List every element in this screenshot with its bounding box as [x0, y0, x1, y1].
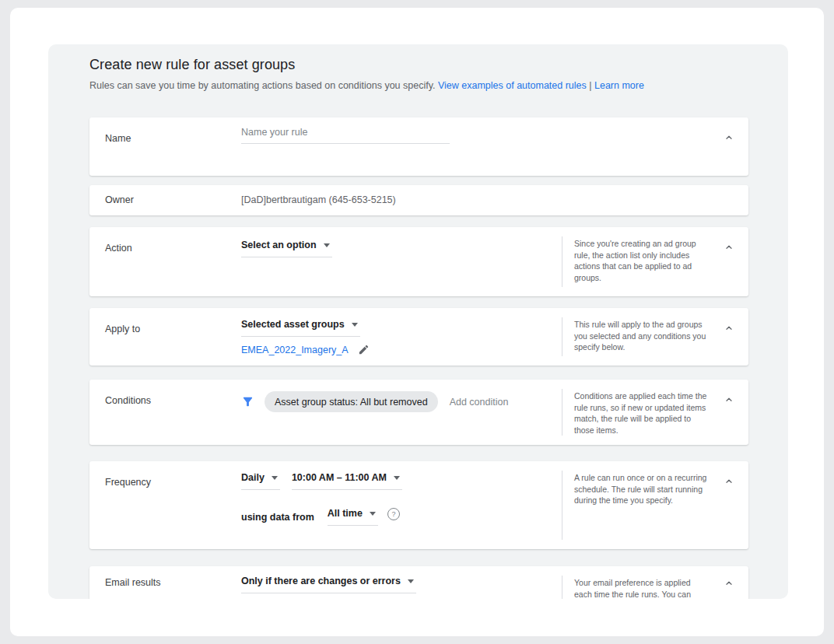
chevron-up-icon	[724, 395, 734, 404]
conditions-section: Conditions Asset group status: All but r…	[89, 380, 748, 445]
action-help-text: Since you're creating an ad group rule, …	[574, 238, 707, 284]
pencil-icon	[358, 344, 370, 355]
email-results-section-label: Email results	[105, 577, 161, 588]
data-range-value: All time	[328, 508, 363, 519]
frequency-help: A rule can run once or on a recurring sc…	[562, 471, 707, 540]
view-examples-link[interactable]: View examples of automated rules	[438, 80, 587, 91]
chevron-up-icon	[724, 324, 734, 333]
chevron-up-icon	[724, 133, 734, 142]
email-results-section: Email results Only if there are changes …	[89, 566, 748, 599]
conditions-help-text: Conditions are applied each time the rul…	[574, 390, 707, 436]
frequency-interval-dropdown[interactable]: Daily	[241, 472, 280, 490]
frequency-interval-value: Daily	[241, 472, 265, 483]
frequency-time-dropdown[interactable]: 10:00 AM – 11:00 AM	[292, 472, 402, 490]
frequency-section-label: Frequency	[105, 477, 151, 488]
owner-section: Owner [DaD]bertbrautigam (645-653-5215)	[89, 185, 748, 215]
email-results-dropdown[interactable]: Only if there are changes or errors	[241, 576, 416, 593]
caret-down-icon	[394, 476, 400, 480]
page-subtitle: Rules can save you time by automating ac…	[89, 80, 644, 91]
apply-to-dropdown-value: Selected asset groups	[241, 319, 345, 330]
action-dropdown[interactable]: Select an option	[241, 240, 332, 257]
caret-down-icon	[352, 323, 358, 327]
action-section: Action Select an option Since you're cre…	[89, 227, 748, 296]
help-icon[interactable]: ?	[387, 508, 400, 520]
frequency-section-collapse-button[interactable]	[721, 474, 737, 489]
email-results-dropdown-value: Only if there are changes or errors	[241, 576, 401, 586]
email-results-help-text: Your email preference is applied each ti…	[574, 577, 707, 599]
learn-more-link[interactable]: Learn more	[594, 80, 644, 91]
apply-to-dropdown-row: Selected asset groups	[241, 319, 360, 337]
caret-down-icon	[272, 476, 278, 480]
chevron-up-icon	[724, 579, 734, 588]
email-results-section-collapse-button[interactable]	[721, 576, 737, 591]
selected-asset-group-link[interactable]: EMEA_2022_Imagery_A	[241, 345, 349, 355]
frequency-section: Frequency Daily 10:00 AM – 11:00 AM usin…	[89, 461, 748, 549]
apply-to-dropdown[interactable]: Selected asset groups	[241, 319, 360, 337]
action-section-collapse-button[interactable]	[721, 240, 737, 255]
chevron-up-icon	[724, 243, 734, 252]
action-help: Since you're creating an ad group rule, …	[562, 236, 707, 287]
email-results-help: Your email preference is applied each ti…	[562, 576, 707, 599]
frequency-help-text: A rule can run once or on a recurring sc…	[574, 472, 707, 506]
conditions-section-collapse-button[interactable]	[721, 392, 737, 408]
condition-chip[interactable]: Asset group status: All but removed	[265, 391, 438, 412]
action-section-label: Action	[105, 243, 132, 254]
link-separator: |	[587, 80, 594, 91]
rule-name-input[interactable]	[241, 124, 450, 144]
chevron-up-icon	[724, 477, 734, 486]
email-results-dropdown-row: Only if there are changes or errors	[241, 576, 416, 593]
frequency-time-value: 10:00 AM – 11:00 AM	[292, 472, 387, 483]
name-section: Name	[89, 117, 748, 176]
conditions-section-label: Conditions	[105, 395, 151, 406]
action-dropdown-row: Select an option	[241, 240, 332, 257]
frequency-data-row: using data from All time ?	[241, 508, 400, 526]
create-rule-panel: Create new rule for asset groups Rules c…	[48, 44, 788, 599]
filter-icon	[241, 395, 254, 408]
apply-to-section-collapse-button[interactable]	[721, 320, 737, 336]
owner-value: [DaD]bertbrautigam (645-653-5215)	[241, 194, 396, 205]
name-section-collapse-button[interactable]	[721, 130, 737, 145]
name-section-label: Name	[105, 133, 131, 144]
browser-page: Create new rule for asset groups Rules c…	[10, 8, 824, 636]
action-dropdown-value: Select an option	[241, 240, 317, 250]
apply-to-help-text: This rule will apply to the ad groups yo…	[574, 319, 707, 353]
caret-down-icon	[408, 579, 414, 583]
data-range-dropdown[interactable]: All time	[328, 508, 378, 526]
using-data-from-label: using data from	[241, 512, 314, 523]
apply-to-section: Apply to Selected asset groups EMEA_2022…	[89, 308, 748, 366]
edit-selection-button[interactable]	[358, 344, 370, 355]
conditions-help: Conditions are applied each time the rul…	[562, 389, 707, 436]
caret-down-icon	[370, 512, 376, 516]
conditions-row: Asset group status: All but removed Add …	[241, 391, 508, 412]
apply-to-section-label: Apply to	[105, 324, 140, 334]
caret-down-icon	[324, 243, 330, 247]
owner-section-label: Owner	[105, 194, 134, 205]
add-condition-button[interactable]: Add condition	[450, 397, 509, 408]
subtitle-text: Rules can save you time by automating ac…	[89, 80, 438, 91]
selected-asset-row: EMEA_2022_Imagery_A	[241, 344, 370, 355]
apply-to-help: This rule will apply to the ad groups yo…	[562, 317, 707, 356]
frequency-schedule-row: Daily 10:00 AM – 11:00 AM	[241, 472, 402, 490]
page-title: Create new rule for asset groups	[89, 57, 295, 73]
